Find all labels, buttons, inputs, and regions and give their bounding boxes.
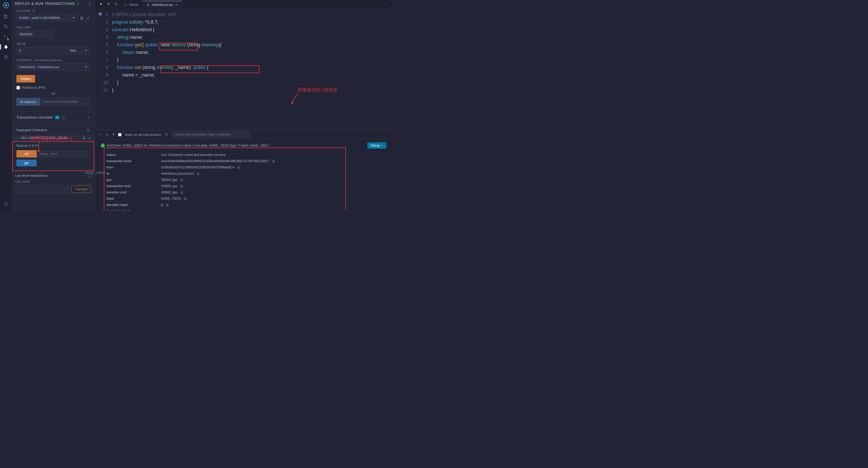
tab-home[interactable]: Home: [120, 1, 142, 8]
calldata-input[interactable]: [16, 185, 69, 193]
panel-title: DEPLOY & RUN TRANSACTIONS: [12, 0, 95, 7]
svg-rect-23: [181, 179, 183, 181]
svg-rect-31: [167, 204, 168, 206]
tx-row-input: input0x608...70033: [106, 196, 381, 202]
value-input[interactable]: [17, 47, 66, 54]
svg-rect-26: [181, 191, 182, 193]
svg-rect-19: [238, 167, 239, 169]
svg-rect-30: [166, 204, 168, 206]
zoom-out-icon[interactable]: [113, 1, 120, 8]
svg-rect-5: [81, 17, 82, 19]
at-address-input[interactable]: [40, 98, 90, 106]
terminal-toolbar: 0 listen on all transactions: [95, 130, 392, 139]
zoom-in-icon[interactable]: [105, 1, 112, 8]
ban-icon[interactable]: [105, 133, 109, 137]
deploy-button[interactable]: Deploy: [17, 75, 35, 83]
code-content[interactable]: // SPDX-License-Identifier: MIT; pragma …: [112, 9, 221, 130]
svg-rect-25: [181, 185, 183, 187]
home-icon: [124, 3, 127, 6]
svg-rect-20: [197, 173, 198, 174]
svg-rect-18: [238, 166, 239, 168]
svg-point-10: [88, 174, 91, 177]
tx-summary-row[interactable]: [vm] from: 0x5B3...eddC4 to: HelloWord.(…: [96, 141, 391, 150]
main-area: Home HelloWord.sol 1234567891011 // SPDX…: [95, 0, 392, 211]
tx-count-badge: 1: [55, 116, 60, 119]
publish-ipfs-check[interactable]: Publish to IPFS: [17, 86, 90, 90]
tx-row-status: statustrue Transaction mined and executi…: [106, 152, 381, 158]
svg-rect-17: [273, 160, 275, 163]
debug-icon[interactable]: [3, 54, 8, 60]
listen-check[interactable]: [118, 133, 122, 137]
close-icon[interactable]: [175, 3, 178, 6]
svg-point-2: [4, 25, 7, 27]
edit-icon[interactable]: [86, 16, 90, 20]
tx-row-from: from0x5B38Da6a701c568545dCfcB03FcB875f56…: [106, 164, 381, 171]
tx-row-decoded-output: decoded output-: [106, 208, 381, 211]
deployed-contracts-header: Deployed Contracts: [12, 127, 95, 135]
plugin-icon[interactable]: [3, 202, 8, 207]
tx-row-transaction-hash: transaction hash0x4cb9afe94bfbbc093b998f…: [106, 158, 381, 164]
value-label: VALUE: [17, 42, 90, 45]
chevron-down-icon[interactable]: [98, 133, 102, 137]
tx-row-xecution-cost: xecution cost309861 gas: [106, 189, 381, 196]
svg-rect-27: [181, 192, 183, 194]
calldata-label: CALLDATA: [12, 180, 95, 185]
compile-icon[interactable]: [3, 34, 8, 40]
code-editor[interactable]: 1234567891011 // SPDX-License-Identifier…: [95, 9, 392, 130]
terminal-body[interactable]: [vm] from: 0x5B3...eddC4 to: HelloWord.(…: [95, 139, 392, 211]
tx-row-transaction-cost: transaction cost309861 gas: [106, 183, 381, 189]
info-icon[interactable]: [62, 116, 66, 119]
ghost-hint: string _name: [85, 171, 105, 174]
chevron-down-icon: [16, 137, 19, 140]
value-unit-select[interactable]: Wei: [67, 47, 90, 54]
copy-icon[interactable]: [82, 137, 85, 140]
listen-label: listen on all transactions: [125, 133, 161, 137]
account-label: ACCOUNT: [17, 9, 90, 12]
modified-dot-icon: [99, 12, 102, 16]
search-icon[interactable]: [3, 24, 8, 30]
files-icon[interactable]: [3, 14, 8, 20]
terminal-search-input[interactable]: [172, 131, 250, 138]
fn-set-input[interactable]: [37, 150, 90, 157]
tx-row-gas: gas356341 gas: [106, 177, 381, 183]
tab-bar: Home HelloWord.sol: [95, 0, 392, 9]
svg-rect-8: [83, 137, 84, 139]
chevron-right-icon[interactable]: [88, 2, 92, 5]
balance-label: Balance: 0 ETH: [17, 144, 90, 148]
copy-icon[interactable]: [80, 16, 84, 20]
contract-label: CONTRACT (Compiled by Remix): [17, 59, 90, 62]
low-level-row[interactable]: Low level interactions: [12, 171, 95, 180]
svg-rect-22: [181, 179, 182, 181]
svg-rect-9: [84, 138, 85, 139]
close-icon[interactable]: [88, 137, 91, 140]
fn-set-button[interactable]: set: [17, 150, 37, 157]
success-icon: [101, 143, 105, 148]
gas-input[interactable]: [17, 30, 53, 38]
deploy-icon[interactable]: [3, 44, 8, 50]
at-address-button[interactable]: At Address: [17, 98, 40, 106]
tx-detail-table: statustrue Transaction mined and executi…: [96, 150, 391, 211]
tx-row-decoded-input: decoded input{}: [106, 202, 381, 208]
contract-instance-header[interactable]: HELLOWORD AT 0XD91...39138: [12, 135, 95, 141]
debug-button[interactable]: Debug: [367, 142, 386, 149]
search-icon[interactable]: [165, 133, 168, 137]
svg-rect-24: [181, 185, 182, 187]
run-icon[interactable]: [98, 1, 104, 8]
chevron-right-icon[interactable]: [86, 116, 90, 119]
plus-circle-icon[interactable]: [32, 9, 35, 12]
transact-button[interactable]: Transact: [71, 185, 91, 193]
svg-point-1: [5, 4, 7, 6]
scroll-map-icon: [384, 2, 389, 7]
svg-rect-6: [81, 18, 83, 20]
tab-file[interactable]: HelloWord.sol: [143, 1, 182, 8]
tx-recorded-row[interactable]: Transactions recorded 1: [12, 112, 95, 123]
check-icon: [76, 2, 80, 5]
contract-instance-body: Balance: 0 ETH set get: [12, 141, 94, 171]
account-select[interactable]: 0x5B3...eddC4 (99.999999…: [17, 14, 78, 22]
contract-select[interactable]: HelloWord - HelloWord.sol: [17, 63, 90, 71]
trash-icon[interactable]: [86, 128, 90, 132]
fn-get-button[interactable]: get: [17, 159, 37, 166]
remix-logo-icon[interactable]: [2, 2, 10, 10]
svg-rect-16: [272, 160, 274, 162]
svg-rect-28: [184, 198, 186, 199]
